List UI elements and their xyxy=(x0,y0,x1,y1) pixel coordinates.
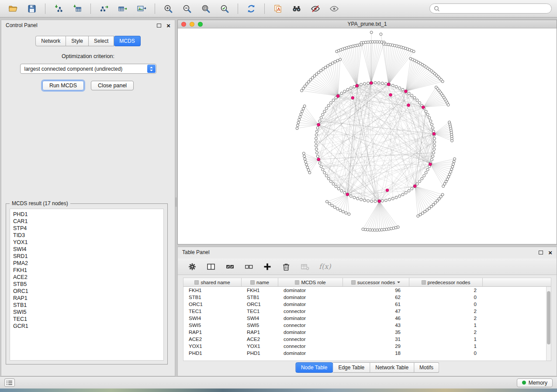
mcds-result-list[interactable]: PHD1CAR1STP4TID3YOX1SWI4SRD1PMA2FKH1ACE2… xyxy=(10,209,164,361)
mcds-result-item[interactable]: PHD1 xyxy=(13,211,163,218)
table-settings-button[interactable] xyxy=(187,262,197,272)
cell-predecessor-nodes[interactable]: 2 xyxy=(409,329,483,336)
table-row[interactable]: TEC1TEC1connector472 xyxy=(183,308,546,315)
zoom-fit-button[interactable] xyxy=(198,2,214,15)
mcds-result-item[interactable]: PMA2 xyxy=(13,260,163,267)
table-scrollbar[interactable] xyxy=(546,287,551,361)
mcds-result-item[interactable]: TEC1 xyxy=(13,316,163,323)
mcds-result-item[interactable]: STB1 xyxy=(13,302,163,309)
cell-name[interactable]: YOX1 xyxy=(242,343,278,350)
cell-successor-nodes[interactable]: 35 xyxy=(343,329,409,336)
cell-predecessor-nodes[interactable]: 1 xyxy=(409,322,483,329)
clone-network-button[interactable] xyxy=(270,2,286,15)
tab-motifs[interactable]: Motifs xyxy=(414,362,439,373)
search-input[interactable] xyxy=(443,6,547,12)
zoom-in-button[interactable] xyxy=(160,2,176,15)
mcds-result-item[interactable]: ORC1 xyxy=(13,288,163,295)
cell-predecessor-nodes[interactable]: 2 xyxy=(409,315,483,322)
cell-successor-nodes[interactable]: 31 xyxy=(343,336,409,343)
cell-mcds-role[interactable]: dominator xyxy=(278,350,343,357)
cell-mcds-role[interactable]: dominator xyxy=(278,301,343,308)
cell-shared-name[interactable]: PHD1 xyxy=(183,350,242,357)
column-header-mcds-role[interactable]: MCDS role xyxy=(278,278,343,286)
mcds-result-item[interactable]: CAR1 xyxy=(13,218,163,225)
cell-predecessor-nodes[interactable]: 2 xyxy=(409,287,483,294)
cell-successor-nodes[interactable]: 47 xyxy=(343,308,409,315)
cell-mcds-role[interactable]: dominator xyxy=(278,329,343,336)
show-all-button[interactable] xyxy=(326,2,342,15)
column-header-shared-name[interactable]: shared name xyxy=(183,278,242,286)
tab-network[interactable]: Network xyxy=(35,36,66,46)
cell-successor-nodes[interactable]: 96 xyxy=(343,287,409,294)
cell-name[interactable]: PHD1 xyxy=(242,350,278,357)
cell-shared-name[interactable]: SWI4 xyxy=(183,315,242,322)
close-panel-icon[interactable]: × xyxy=(166,22,170,29)
tab-select[interactable]: Select xyxy=(89,36,114,46)
mcds-result-item[interactable]: FKH1 xyxy=(13,267,163,274)
panel-splitter[interactable] xyxy=(175,197,177,207)
cell-mcds-role[interactable]: connector xyxy=(278,336,343,343)
tab-style[interactable]: Style xyxy=(66,36,89,46)
table-row[interactable]: SWI5SWI5connector431 xyxy=(183,322,546,329)
cell-name[interactable]: ACE2 xyxy=(242,336,278,343)
cell-successor-nodes[interactable]: 46 xyxy=(343,315,409,322)
column-header-successor-nodes[interactable]: successor nodes xyxy=(343,278,409,286)
cell-mcds-role[interactable]: connector xyxy=(278,322,343,329)
cell-shared-name[interactable]: FKH1 xyxy=(183,287,242,294)
table-row[interactable]: STB1STB1dominator620 xyxy=(183,294,546,301)
cell-successor-nodes[interactable]: 18 xyxy=(343,350,409,357)
cell-shared-name[interactable]: ORC1 xyxy=(183,301,242,308)
function-builder-button[interactable]: f(x) xyxy=(319,262,331,271)
float-panel-icon[interactable] xyxy=(157,24,161,28)
zoom-selected-button[interactable] xyxy=(217,2,232,15)
run-mcds-button[interactable]: Run MCDS xyxy=(42,81,84,90)
cell-predecessor-nodes[interactable]: 1 xyxy=(409,336,483,343)
cell-successor-nodes[interactable]: 62 xyxy=(343,294,409,301)
table-row[interactable]: PHD1PHD1dominator180 xyxy=(183,350,546,357)
cell-mcds-role[interactable]: connector xyxy=(278,308,343,315)
cell-mcds-role[interactable]: connector xyxy=(278,343,343,350)
cell-predecessor-nodes[interactable]: 2 xyxy=(409,308,483,315)
tab-edge-table[interactable]: Edge Table xyxy=(333,362,370,373)
mcds-result-item[interactable]: SRD1 xyxy=(13,253,163,260)
save-button[interactable] xyxy=(24,2,40,15)
mcds-result-item[interactable]: GCR1 xyxy=(13,323,163,330)
cell-successor-nodes[interactable]: 29 xyxy=(343,343,409,350)
table-row[interactable]: FKH1FKH1dominator962 xyxy=(183,287,546,294)
search-box[interactable] xyxy=(429,3,552,14)
cell-mcds-role[interactable]: dominator xyxy=(278,287,343,294)
mcds-result-item[interactable]: YOX1 xyxy=(13,239,163,246)
hide-selected-button[interactable] xyxy=(308,2,323,15)
zoom-out-button[interactable] xyxy=(179,2,195,15)
cell-shared-name[interactable]: TEC1 xyxy=(183,308,242,315)
add-column-button[interactable] xyxy=(263,262,272,272)
scrollbar-thumb[interactable] xyxy=(547,291,550,344)
export-table-button[interactable] xyxy=(115,2,131,15)
refresh-button[interactable] xyxy=(243,2,259,15)
find-button[interactable] xyxy=(289,2,304,15)
cell-mcds-role[interactable]: dominator xyxy=(278,294,343,301)
cell-predecessor-nodes[interactable]: 0 xyxy=(409,350,483,357)
float-table-panel-icon[interactable] xyxy=(539,251,543,254)
mcds-result-item[interactable]: RAP1 xyxy=(13,295,163,302)
table-row[interactable]: ACE2ACE2connector311 xyxy=(183,336,546,343)
split-panel-button[interactable] xyxy=(206,262,216,272)
close-panel-button[interactable]: Close panel xyxy=(91,81,134,90)
cell-name[interactable]: RAP1 xyxy=(242,329,278,336)
network-graph[interactable] xyxy=(178,29,557,244)
cell-shared-name[interactable]: RAP1 xyxy=(183,329,242,336)
cell-predecessor-nodes[interactable]: 1 xyxy=(409,343,483,350)
table-row[interactable]: SWI4SWI4dominator462 xyxy=(183,315,546,322)
mcds-result-item[interactable]: SWI4 xyxy=(13,246,163,253)
export-image-button[interactable] xyxy=(134,2,149,15)
cell-shared-name[interactable]: STB1 xyxy=(183,294,242,301)
cell-mcds-role[interactable]: dominator xyxy=(278,315,343,322)
tab-network-table[interactable]: Network Table xyxy=(370,362,414,373)
deselect-all-button[interactable] xyxy=(244,262,253,272)
cell-successor-nodes[interactable]: 43 xyxy=(343,322,409,329)
cell-shared-name[interactable]: ACE2 xyxy=(183,336,242,343)
cell-name[interactable]: SWI5 xyxy=(242,322,278,329)
tab-mcds[interactable]: MCDS xyxy=(114,36,140,46)
cell-shared-name[interactable]: YOX1 xyxy=(183,343,242,350)
cell-name[interactable]: ORC1 xyxy=(242,301,278,308)
